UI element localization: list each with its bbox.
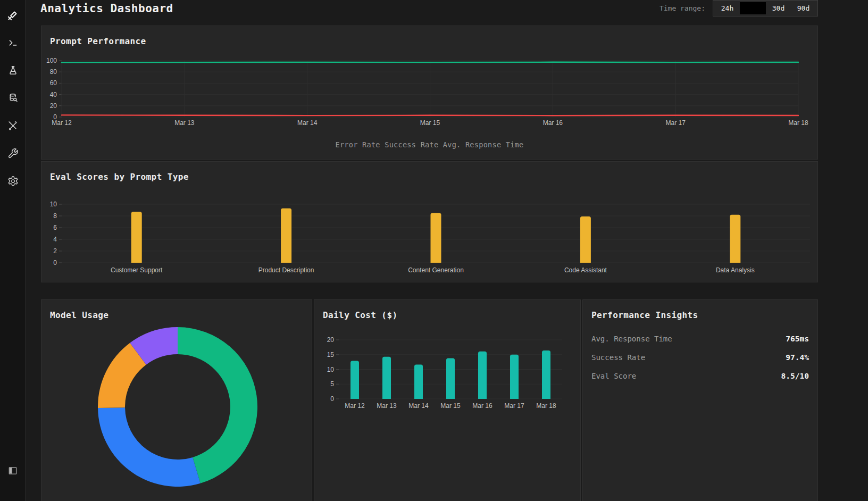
time-range-24h-button[interactable]: 24h xyxy=(715,2,740,14)
header: Analytics Dashboard Time range: 24h 30d … xyxy=(26,0,868,16)
app-logo xyxy=(6,9,20,22)
svg-text:0: 0 xyxy=(330,395,334,403)
database-search-icon xyxy=(7,93,19,104)
prompt-performance-panel: Prompt Performance 020406080100Mar 12Mar… xyxy=(41,26,818,160)
svg-text:4: 4 xyxy=(53,236,57,243)
svg-text:15: 15 xyxy=(327,351,335,358)
insight-rows: Avg. Response Time 765ms Success Rate 97… xyxy=(591,329,809,385)
daily-cost-title: Daily Cost ($) xyxy=(314,300,580,321)
bottom-row: Model Usage Daily Cost ($) 05101520Mar 1… xyxy=(41,299,818,501)
svg-text:Mar 18: Mar 18 xyxy=(788,119,808,127)
sidebar-item-data-explorer[interactable] xyxy=(7,93,19,104)
svg-text:Mar 17: Mar 17 xyxy=(665,119,686,127)
daily-cost-panel: Daily Cost ($) 05101520Mar 12Mar 13Mar 1… xyxy=(314,299,581,501)
sidebar-collapse[interactable] xyxy=(0,465,26,476)
svg-text:Code Assistant: Code Assistant xyxy=(564,266,607,274)
insight-value: 8.5/10 xyxy=(781,372,809,380)
insight-value: 97.4% xyxy=(786,353,809,362)
svg-text:Mar 17: Mar 17 xyxy=(504,402,524,410)
panel-left-icon xyxy=(7,465,18,476)
time-range-30d-button[interactable]: 30d xyxy=(766,2,791,14)
svg-text:Product Description: Product Description xyxy=(258,266,314,274)
svg-text:Mar 18: Mar 18 xyxy=(536,402,556,410)
model-usage-donut-chart xyxy=(50,327,304,487)
daily-cost-chart: 05101520Mar 12Mar 13Mar 14Mar 15Mar 16Ma… xyxy=(323,327,573,418)
svg-text:2: 2 xyxy=(53,247,57,255)
svg-text:20: 20 xyxy=(327,336,335,344)
insight-value: 765ms xyxy=(786,335,809,343)
prompt-performance-chart: 020406080100Mar 12Mar 13Mar 14Mar 15Mar … xyxy=(41,54,817,133)
svg-text:Mar 13: Mar 13 xyxy=(174,119,195,127)
insight-row-avg-response-time: Avg. Response Time 765ms xyxy=(591,329,809,348)
time-range-label: Time range: xyxy=(660,4,705,12)
sidebar-item-tools[interactable] xyxy=(7,120,19,131)
insight-row-eval-score: Eval Score 8.5/10 xyxy=(591,366,809,385)
prompt-performance-legend: Error Rate Success Rate Avg. Response Ti… xyxy=(41,140,817,149)
insight-label: Success Rate xyxy=(591,353,645,362)
eval-scores-panel: Eval Scores by Prompt Type 0246810Custom… xyxy=(41,161,818,282)
eval-scores-chart: 0246810Customer SupportProduct Descripti… xyxy=(41,189,817,282)
performance-insights-panel: Performance Insights Avg. Response Time … xyxy=(582,299,818,501)
sidebar xyxy=(0,0,26,501)
sidebar-item-wrench[interactable] xyxy=(7,148,19,159)
sword-logo-icon xyxy=(6,9,20,22)
svg-text:Content Generation: Content Generation xyxy=(408,266,464,274)
time-range-90d-button[interactable]: 90d xyxy=(791,2,816,14)
page-title: Analytics Dashboard xyxy=(40,2,173,15)
insight-row-success-rate: Success Rate 97.4% xyxy=(591,348,809,366)
svg-text:Mar 14: Mar 14 xyxy=(408,402,429,410)
sidebar-item-settings[interactable] xyxy=(7,176,19,187)
insight-label: Avg. Response Time xyxy=(591,335,672,343)
svg-text:0: 0 xyxy=(53,259,57,266)
svg-text:60: 60 xyxy=(50,79,57,87)
gear-icon xyxy=(7,176,19,187)
svg-text:Mar 14: Mar 14 xyxy=(297,119,318,127)
svg-text:Mar 16: Mar 16 xyxy=(472,402,493,410)
svg-text:80: 80 xyxy=(50,68,57,76)
svg-text:8: 8 xyxy=(53,212,57,220)
svg-text:100: 100 xyxy=(46,57,57,64)
svg-text:Mar 15: Mar 15 xyxy=(440,402,461,410)
eval-scores-title: Eval Scores by Prompt Type xyxy=(41,162,817,182)
time-range-selected-button[interactable] xyxy=(740,2,766,14)
svg-text:5: 5 xyxy=(330,380,334,388)
insight-label: Eval Score xyxy=(591,372,636,380)
content: Prompt Performance 020406080100Mar 12Mar… xyxy=(26,16,868,501)
terminal-icon xyxy=(7,37,19,48)
svg-text:Mar 12: Mar 12 xyxy=(52,119,72,127)
svg-text:Mar 12: Mar 12 xyxy=(345,402,365,410)
svg-text:Mar 15: Mar 15 xyxy=(420,119,440,127)
crossed-tools-icon xyxy=(7,120,19,131)
svg-text:Data Analysis: Data Analysis xyxy=(716,266,755,274)
svg-text:Mar 13: Mar 13 xyxy=(377,402,397,410)
time-range-selector: 24h 30d 90d xyxy=(713,0,818,16)
svg-text:Mar 16: Mar 16 xyxy=(543,119,563,127)
svg-text:10: 10 xyxy=(327,366,335,373)
main-area: Analytics Dashboard Time range: 24h 30d … xyxy=(26,0,868,501)
performance-insights-title: Performance Insights xyxy=(583,300,817,321)
flask-icon xyxy=(7,65,19,76)
svg-text:6: 6 xyxy=(53,224,57,231)
svg-text:40: 40 xyxy=(50,91,57,98)
svg-text:Customer Support: Customer Support xyxy=(111,266,163,274)
sidebar-item-terminal[interactable] xyxy=(7,37,19,48)
svg-text:10: 10 xyxy=(50,201,57,208)
model-usage-panel: Model Usage xyxy=(41,299,312,501)
svg-text:20: 20 xyxy=(50,102,57,110)
time-range-group: Time range: 24h 30d 90d xyxy=(660,0,818,16)
wrench-icon xyxy=(7,148,19,159)
prompt-performance-title: Prompt Performance xyxy=(41,26,817,47)
sidebar-item-experiments[interactable] xyxy=(7,65,19,76)
model-usage-title: Model Usage xyxy=(41,300,312,321)
